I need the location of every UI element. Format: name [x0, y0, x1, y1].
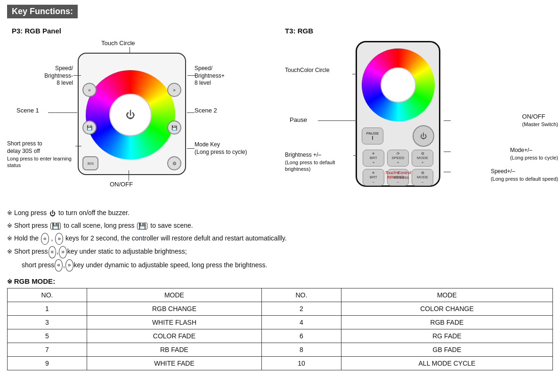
page-title: Key Functions: — [7, 5, 78, 18]
t3-brt-plus-btn[interactable]: ☀BRT+ — [363, 150, 384, 167]
t3-remote-outline: PAUSE‖ ⏻ ☀BRT+ ⟳SPEED+ ⚙MODE+ — [356, 41, 440, 187]
p3-speed-plus-btn[interactable]: » — [167, 83, 181, 97]
table-row: 5COLOR FADE6RG FADE — [8, 329, 553, 343]
p3-mode-btn[interactable]: ⚙ — [167, 156, 181, 170]
t3-speed-plus-btn[interactable]: ⟳SPEED+ — [387, 150, 409, 167]
table-cell: COLOR FADE — [87, 329, 261, 343]
note-3: ※ Hold the « , » keys for 2 second, the … — [7, 232, 553, 245]
p3-scene2-btn[interactable]: 💾 — [167, 120, 181, 135]
col-no-1: NO. — [8, 288, 87, 302]
table-cell: RGB CHANGE — [87, 302, 261, 315]
note-2: ※ Short press 💾 to call scene, long pres… — [7, 220, 553, 232]
table-cell: WHITE FADE — [87, 356, 261, 370]
note-1: ※ Long press ⏻ to turn on/off the buzzer… — [7, 207, 553, 219]
t3-section: T3: RGB PAUSE‖ ⏻ ☀BRT+ — [271, 27, 558, 199]
t3-color-wheel — [362, 48, 435, 121]
table-cell: COLOR CHANGE — [341, 302, 552, 315]
rgb-mode-title: ※ RGB MODE: — [7, 277, 553, 285]
p3-delay-btn[interactable]: 30S — [82, 156, 98, 170]
t3-color-wheel-inner — [381, 67, 416, 103]
table-cell: 7 — [8, 343, 87, 356]
t3-touch-control-label: Touch Control RF wireless — [385, 170, 411, 180]
table-cell: 9 — [8, 356, 87, 370]
table-row: 1RGB CHANGE2COLOR CHANGE — [8, 302, 553, 315]
t3-title: T3: RGB — [285, 27, 558, 35]
p3-section: P3: RGB Panel Touch Circle ⏻ « » 💾 — [7, 27, 271, 199]
table-cell: 10 — [261, 356, 341, 370]
t3-power-btn[interactable]: ⏻ — [413, 125, 434, 147]
table-cell: 4 — [261, 315, 341, 329]
p3-speed-minus-btn[interactable]: « — [82, 83, 97, 97]
table-row: 9WHITE FADE10ALL MODE CYCLE — [8, 356, 553, 370]
left-arrows-icon-3: « — [55, 259, 63, 272]
speed-plus-label: Speed/ Brightness+ 8 level — [195, 65, 225, 87]
table-cell: 5 — [8, 329, 87, 343]
delay-label: Short press to delay 30S off Long press … — [7, 140, 78, 169]
col-no-2: NO. — [261, 288, 341, 302]
p3-color-wheel: ⏻ — [86, 70, 175, 160]
table-cell: GB FADE — [341, 343, 552, 356]
p3-diagram: Touch Circle ⏻ « » 💾 💾 — [7, 39, 261, 194]
note-4: ※ Short press«,»key under static to adju… — [7, 246, 553, 258]
table-cell: 2 — [261, 302, 341, 315]
table-cell: RB FADE — [87, 343, 261, 356]
table-header-row: NO. MODE NO. MODE — [8, 288, 553, 302]
table-row: 3WHITE FLASH4RGB FADE — [8, 315, 553, 329]
table-cell: 3 — [8, 315, 87, 329]
p3-onoff-label: ON/OFF — [110, 181, 133, 189]
t3-diagram: PAUSE‖ ⏻ ☀BRT+ ⟳SPEED+ ⚙MODE+ — [285, 39, 558, 199]
mode-table: NO. MODE NO. MODE 1RGB CHANGE2COLOR CHAN… — [7, 288, 553, 370]
power-icon: ⏻ — [49, 208, 56, 219]
t3-mode-plus-btn[interactable]: ⚙MODE+ — [412, 150, 433, 167]
diagrams-row: P3: RGB Panel Touch Circle ⏻ « » 💾 — [7, 27, 553, 199]
right-arrows-icon-2: » — [59, 246, 67, 258]
t3-pause-btn[interactable]: PAUSE‖ — [362, 128, 383, 144]
left-arrows-icon-2: « — [49, 246, 57, 258]
p3-remote-outline: ⏻ « » 💾 💾 30S ⚙ — [78, 53, 186, 175]
scene-icon: 💾 — [50, 223, 61, 230]
left-arrows-icon: « — [41, 233, 49, 245]
scene1-label: Scene 1 — [16, 107, 39, 115]
rgb-mode-section: ※ RGB MODE: NO. MODE NO. MODE 1RGB CHANG… — [7, 277, 553, 370]
col-mode-1: MODE — [87, 288, 261, 302]
table-cell: WHITE FLASH — [87, 315, 261, 329]
speed-minus-label: Speed/ Brightness- 8 level — [7, 65, 73, 87]
right-arrows-icon: » — [55, 233, 63, 245]
t3-mode-minus-btn[interactable]: ⚙MODE– — [412, 169, 433, 186]
t3-touch-color-label: TouchColor Circle — [285, 67, 330, 74]
table-cell: 1 — [8, 302, 87, 315]
t3-brt-minus-btn[interactable]: ☀BRT– — [363, 169, 384, 186]
table-cell: RGB FADE — [341, 315, 552, 329]
p3-title: P3: RGB Panel — [12, 27, 271, 35]
table-row: 7RB FADE8GB FADE — [8, 343, 553, 356]
table-cell: ALL MODE CYCLE — [341, 356, 552, 370]
t3-brightness-label: Brightness +/– (Long press to default br… — [285, 152, 353, 172]
t3-pause-label: Pause — [290, 116, 307, 124]
scene2-label: Scene 2 — [195, 107, 217, 115]
p3-power-button[interactable]: ⏻ — [109, 94, 152, 136]
right-arrows-icon-3: » — [65, 259, 73, 272]
t3-mode-label: Mode+/– (Long press to cycle) — [510, 147, 558, 161]
p3-scene1-btn[interactable]: 💾 — [82, 120, 97, 135]
col-mode-2: MODE — [341, 288, 552, 302]
notes-section: ※ Long press ⏻ to turn on/off the buzzer… — [7, 207, 553, 272]
table-cell: RG FADE — [341, 329, 552, 343]
note-5: ※ short press«,»key under dynamic to adj… — [7, 259, 553, 272]
touch-circle-label: Touch Circle — [101, 40, 135, 48]
t3-speed-label: Speed+/– (Long press to default speed) — [491, 168, 558, 182]
scene-icon-2: 💾 — [137, 223, 147, 230]
mode-key-label: Mode Key (Long press to cycle) — [195, 141, 247, 156]
table-cell: 6 — [261, 329, 341, 343]
table-cell: 8 — [261, 343, 341, 356]
t3-onoff-label: ON/OFF (Master Switch) — [522, 113, 558, 128]
